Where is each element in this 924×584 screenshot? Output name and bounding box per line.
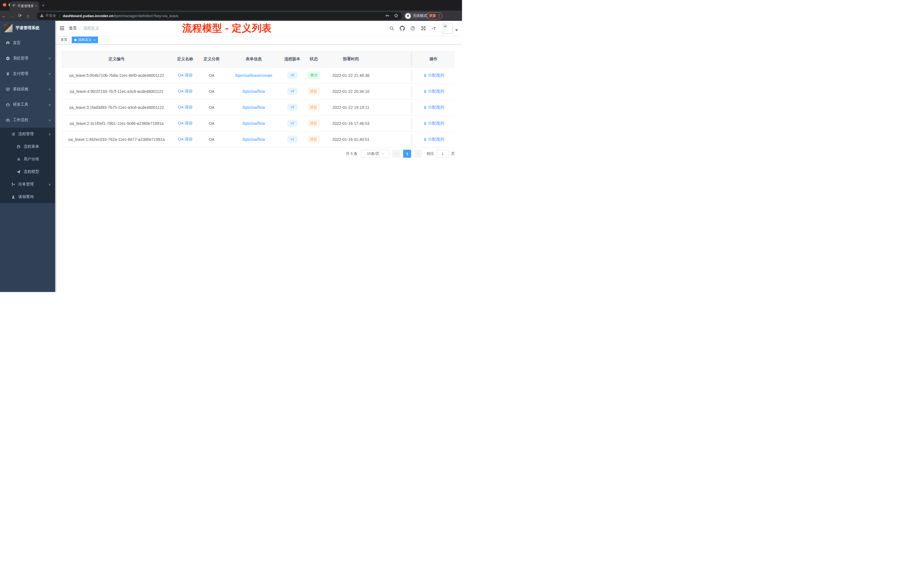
tag-1[interactable]: 首页 <box>58 36 70 43</box>
status-badge: 挂起 <box>308 104 320 111</box>
cell-actions[interactable]: 分配规则 <box>412 68 455 83</box>
reload-button[interactable]: ⟳ <box>16 13 24 18</box>
cell-actions[interactable]: 分配规则 <box>412 132 455 147</box>
update-button[interactable]: 更新 <box>426 12 442 20</box>
assign-rule-button[interactable]: 分配规则 <box>423 121 444 126</box>
sidebar-item-2[interactable]: 系统管理∨ <box>0 51 55 66</box>
sidebar-item-6[interactable]: 工作流程∧ <box>0 112 55 128</box>
sidebar-item-12[interactable]: 请假查询 <box>0 191 55 203</box>
cell-form-link[interactable]: /bpm/oa/leave/create <box>225 73 282 78</box>
form-link[interactable]: /bpm/oa/flow <box>242 105 265 110</box>
form-link[interactable]: /bpm/oa/flow <box>242 89 265 94</box>
github-icon[interactable] <box>400 26 405 31</box>
new-tab-button[interactable]: + <box>42 3 45 8</box>
fullscreen-icon[interactable] <box>421 26 426 31</box>
favicon-plant-icon <box>12 3 16 8</box>
home-button[interactable]: ⌂ <box>24 13 32 18</box>
sidebar-item-label: 支付管理 <box>13 71 28 76</box>
table-row: oa_leave:2:3c1f0ef1-76b1-11ec-9c66-a2380… <box>61 115 455 132</box>
next-page-button[interactable]: › <box>414 150 422 158</box>
sidebar-item-11[interactable]: 任务管理∨ <box>0 178 55 191</box>
sidebar-item-label: 基础设施 <box>13 87 28 92</box>
sidebar-item-1[interactable]: 首页 <box>0 35 55 51</box>
cell-actions[interactable]: 分配规则 <box>412 83 455 99</box>
breadcrumb-home[interactable]: 首页 <box>69 26 77 31</box>
cell-form-link[interactable]: /bpm/oa/flow <box>225 121 282 126</box>
sidebar-item-5[interactable]: 研发工具∨ <box>0 97 55 112</box>
broken-image-icon <box>443 24 447 28</box>
cell-deploy-time: 2022-01-22 21:48:38 <box>325 73 376 78</box>
cell-definition-name[interactable]: OA 请假 <box>172 89 198 94</box>
form-link[interactable]: /bpm/oa/leave/create <box>235 73 272 78</box>
table-header-cell: 表单信息 <box>225 51 282 68</box>
definition-name-link[interactable]: OA 请假 <box>178 137 192 142</box>
cell-deploy-time: 2022-01-16 17:46:53 <box>325 121 376 126</box>
assign-rule-button[interactable]: 分配规则 <box>423 137 444 142</box>
goto-label: 前往 <box>427 151 434 156</box>
font-size-icon[interactable]: TT <box>431 26 437 31</box>
definition-name-link[interactable]: OA 请假 <box>178 105 192 109</box>
cell-definition-name[interactable]: OA 请假 <box>172 73 198 78</box>
sidebar-logo[interactable]: 芋道管理系统 <box>0 21 55 35</box>
definition-name-link[interactable]: OA 请假 <box>178 121 192 125</box>
sidebar-item-9[interactable]: 用户分组 <box>0 153 55 165</box>
sidebar-toggle-icon[interactable] <box>59 25 65 31</box>
cell-definition-category: OA <box>198 121 225 126</box>
sidebar-item-7[interactable]: 流程管理∧ <box>0 128 55 140</box>
page-number-button[interactable]: 1 <box>403 150 411 158</box>
definition-name-link[interactable]: OA 请假 <box>178 89 192 93</box>
sidebar-item-4[interactable]: 基础设施∨ <box>0 81 55 97</box>
goto-page-input[interactable] <box>436 150 449 158</box>
cell-definition-name[interactable]: OA 请假 <box>172 105 198 110</box>
assign-rule-button[interactable]: 分配规则 <box>423 89 444 94</box>
tag-label: 流程定义 <box>78 38 92 42</box>
cell-form-link[interactable]: /bpm/oa/flow <box>225 137 282 142</box>
bookmark-star-icon[interactable] <box>394 13 399 19</box>
cell-form-link[interactable]: /bpm/oa/flow <box>225 89 282 94</box>
tag-close-icon[interactable]: × <box>94 38 96 42</box>
browser-menu-icon[interactable] <box>439 14 439 18</box>
browser-tab[interactable]: 芋道管理系统 × <box>10 2 39 11</box>
prev-page-button[interactable]: ‹ <box>392 150 400 158</box>
help-icon[interactable] <box>410 26 416 31</box>
table-row: oa_leave:3:1fad3d93-7b75-11ec-a3c8-acde4… <box>61 99 455 115</box>
assign-rule-button[interactable]: 分配规则 <box>423 105 444 110</box>
cell-definition-name[interactable]: OA 请假 <box>172 121 198 126</box>
definition-name-link[interactable]: OA 请假 <box>178 73 192 78</box>
security-label[interactable]: 不安全 <box>45 13 56 18</box>
toolbox-icon <box>6 102 10 107</box>
sidebar-item-10[interactable]: 流程模型 <box>0 165 55 178</box>
tag-2[interactable]: 流程定义× <box>72 36 98 43</box>
table-body: oa_leave:5:004b710b-7b8a-11ec-8ef0-acde4… <box>61 68 455 147</box>
cell-definition-id: oa_leave:1:482ec033-762a-11ec-8477-a2380… <box>61 137 172 142</box>
address-bar[interactable]: 不安全 | dashboard.yudao.iocoder.cn/bpm/man… <box>36 12 402 20</box>
url-text[interactable]: dashboard.yudao.iocoder.cn/bpm/manager/d… <box>63 14 382 18</box>
sidebar-item-label: 用户分组 <box>24 157 39 162</box>
assign-rule-button[interactable]: 分配规则 <box>423 73 444 78</box>
form-link[interactable]: /bpm/oa/flow <box>242 137 265 142</box>
cell-actions[interactable]: 分配规则 <box>412 99 455 115</box>
chevron-down-icon <box>455 30 458 31</box>
sidebar-item-3[interactable]: 支付管理∨ <box>0 66 55 81</box>
password-key-icon[interactable] <box>385 13 390 19</box>
user-icon <box>11 195 15 199</box>
user-menu[interactable] <box>442 23 458 34</box>
breadcrumb: 首页 / 流程定义 <box>69 26 99 31</box>
page-size-select[interactable]: 10条/页 ˅ <box>361 150 389 158</box>
version-badge: v1 <box>287 136 297 143</box>
forward-button[interactable]: → <box>8 13 16 18</box>
back-button[interactable]: ← <box>0 13 8 18</box>
table-header-cell: 定义名称 <box>172 51 198 68</box>
cell-form-link[interactable]: /bpm/oa/flow <box>225 105 282 110</box>
cell-definition-name[interactable]: OA 请假 <box>172 137 198 142</box>
sidebar-item-8[interactable]: 流程表单 <box>0 140 55 153</box>
table-header-cell: 流程版本 <box>282 51 302 68</box>
version-badge: v4 <box>287 88 297 95</box>
cell-version: v4 <box>282 88 302 95</box>
form-link[interactable]: /bpm/oa/flow <box>242 121 265 126</box>
avatar[interactable] <box>442 23 453 34</box>
window-close-button[interactable] <box>3 3 6 7</box>
search-icon[interactable] <box>389 26 394 31</box>
cell-actions[interactable]: 分配规则 <box>412 115 455 131</box>
tab-close-icon[interactable]: × <box>35 4 37 8</box>
